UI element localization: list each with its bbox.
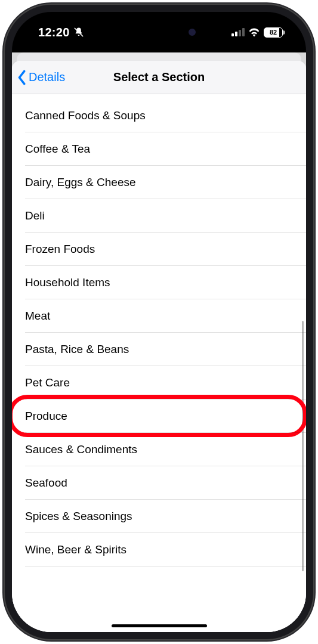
- section-row[interactable]: Produce: [12, 400, 306, 433]
- scroll-indicator: [302, 321, 304, 571]
- section-label: Produce: [25, 410, 67, 422]
- chevron-left-icon: [17, 70, 26, 85]
- section-row[interactable]: Meat: [12, 299, 306, 333]
- section-row[interactable]: Pet Care: [12, 366, 306, 400]
- status-left: 12:20: [38, 26, 84, 39]
- home-indicator[interactable]: [112, 624, 207, 627]
- section-label: Deli: [25, 209, 45, 222]
- modal-card: Details Select a Section Canned Foods & …: [12, 61, 306, 632]
- section-row[interactable]: Dairy, Eggs & Cheese: [12, 166, 306, 199]
- section-label: Sauces & Condiments: [25, 443, 137, 456]
- status-time: 12:20: [38, 26, 70, 39]
- section-row[interactable]: Deli: [12, 199, 306, 233]
- section-label: Seafood: [25, 476, 67, 489]
- navigation-bar: Details Select a Section: [12, 61, 306, 94]
- battery-indicator: 82: [264, 27, 285, 38]
- section-row[interactable]: Canned Foods & Soups: [12, 99, 306, 132]
- section-label: Coffee & Tea: [25, 143, 90, 155]
- section-label: Canned Foods & Soups: [25, 109, 146, 122]
- iphone-frame: 12:20 82: [5, 5, 313, 639]
- section-row[interactable]: Sauces & Condiments: [12, 433, 306, 466]
- battery-level: 82: [264, 27, 283, 38]
- section-row[interactable]: Pasta, Rice & Beans: [12, 333, 306, 366]
- section-label: Pet Care: [25, 376, 70, 389]
- section-label: Household Items: [25, 276, 110, 289]
- section-row[interactable]: Frozen Foods: [12, 233, 306, 266]
- app-surface: Details Select a Section Canned Foods & …: [12, 52, 306, 632]
- camera-dot: [189, 29, 196, 36]
- section-row[interactable]: Coffee & Tea: [12, 132, 306, 166]
- section-label: Dairy, Eggs & Cheese: [25, 176, 136, 188]
- section-row[interactable]: Wine, Beer & Spirits: [12, 533, 306, 566]
- section-list[interactable]: Canned Foods & SoupsCoffee & TeaDairy, E…: [12, 94, 306, 632]
- silent-mode-icon: [73, 27, 84, 38]
- wifi-icon: [248, 27, 260, 37]
- section-label: Frozen Foods: [25, 243, 95, 255]
- dynamic-island: [117, 20, 202, 44]
- screen: 12:20 82: [12, 12, 306, 632]
- section-label: Wine, Beer & Spirits: [25, 543, 126, 556]
- cellular-signal-icon: [231, 28, 245, 36]
- status-right: 82: [231, 27, 285, 38]
- section-row[interactable]: Household Items: [12, 266, 306, 299]
- section-label: Spices & Seasonings: [25, 510, 132, 522]
- back-button[interactable]: Details: [17, 70, 65, 85]
- back-label: Details: [29, 70, 65, 84]
- section-label: Meat: [25, 309, 50, 322]
- section-row[interactable]: Spices & Seasonings: [12, 500, 306, 533]
- section-row[interactable]: Seafood: [12, 466, 306, 500]
- section-label: Pasta, Rice & Beans: [25, 343, 129, 355]
